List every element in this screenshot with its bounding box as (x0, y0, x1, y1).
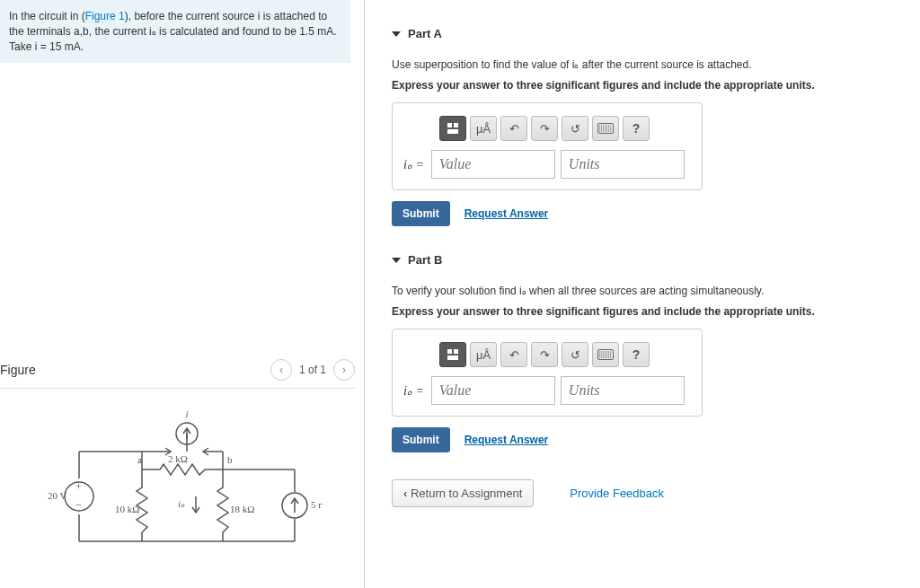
part-a-instruction: Express your answer to three significant… (392, 79, 907, 92)
part-b-variable-label: iₒ = (403, 383, 426, 399)
part-a-submit-button[interactable]: Submit (392, 201, 450, 226)
part-a-answer-box: μÅ ↶ ↷ ↺ ? iₒ = (392, 102, 703, 190)
circuit-diagram: 20 V + − i a b (34, 407, 322, 559)
part-a-description: Use superposition to find the value of i… (392, 57, 907, 74)
voltage-label: 20 V (48, 490, 67, 501)
help-button[interactable]: ? (623, 116, 650, 141)
current-source-label: 5 mA (311, 499, 322, 510)
figure-pager-label: 1 of 1 (299, 364, 326, 376)
templates-icon[interactable] (439, 116, 466, 141)
part-b-description: To verify your solution find iₒ when all… (392, 283, 907, 300)
return-to-assignment-button[interactable]: ‹ Return to Assignment (392, 479, 534, 507)
part-b-submit-button[interactable]: Submit (392, 427, 450, 452)
reset-button[interactable]: ↺ (562, 116, 588, 141)
node-b-label: b (227, 454, 233, 465)
problem-description: In the circuit in (Figure 1), before the… (0, 0, 350, 63)
undo-button[interactable]: ↶ (500, 116, 527, 141)
part-b-section: Part B To verify your solution find iₒ w… (392, 253, 907, 452)
svg-text:+: + (75, 480, 82, 493)
part-a-value-input[interactable] (431, 150, 555, 179)
r-ab-label: 2 kΩ (168, 453, 188, 464)
part-a-section: Part A Use superposition to find the val… (392, 27, 907, 226)
part-b-instruction: Express your answer to three significant… (392, 305, 907, 318)
svg-rect-25 (447, 349, 452, 354)
r-right-label: 18 kΩ (230, 504, 254, 514)
part-a-header: Part A (408, 27, 442, 40)
help-button[interactable]: ? (623, 342, 650, 367)
part-b-header: Part B (408, 253, 442, 267)
part-b-answer-box: μÅ ↶ ↷ ↺ ? iₒ = (392, 329, 703, 417)
figure-prev-button[interactable]: ‹ (270, 359, 292, 381)
units-button[interactable]: μÅ (470, 116, 497, 141)
part-b-value-input[interactable] (431, 376, 555, 405)
svg-rect-24 (447, 129, 458, 134)
part-b-units-input[interactable] (561, 376, 685, 405)
figure-title: Figure (0, 363, 36, 377)
svg-rect-22 (447, 123, 452, 127)
figure-next-button[interactable]: › (333, 359, 355, 381)
keyboard-button[interactable] (592, 342, 619, 367)
chevron-down-icon[interactable] (392, 31, 401, 37)
part-b-request-answer-link[interactable]: Request Answer (464, 434, 549, 446)
part-a-request-answer-link[interactable]: Request Answer (464, 207, 549, 220)
redo-button[interactable]: ↷ (531, 116, 558, 141)
r-left-label: 10 kΩ (115, 504, 139, 514)
part-a-variable-label: iₒ = (403, 157, 426, 172)
i-label: i (185, 408, 188, 419)
problem-text-pre: In the circuit in ( (9, 10, 85, 22)
svg-text:−: − (75, 498, 82, 511)
undo-button[interactable]: ↶ (500, 342, 527, 367)
part-a-units-input[interactable] (561, 150, 685, 179)
figure-link[interactable]: Figure 1 (85, 10, 125, 22)
chevron-down-icon[interactable] (392, 258, 401, 263)
svg-rect-26 (454, 349, 458, 354)
svg-rect-27 (447, 355, 458, 360)
io-label: iₒ (178, 498, 185, 509)
svg-rect-23 (454, 123, 458, 127)
templates-icon[interactable] (439, 342, 466, 367)
units-button[interactable]: μÅ (470, 342, 497, 367)
redo-button[interactable]: ↷ (531, 342, 558, 367)
provide-feedback-link[interactable]: Provide Feedback (570, 487, 664, 500)
node-a-label: a (137, 454, 142, 465)
reset-button[interactable]: ↺ (562, 342, 588, 367)
keyboard-button[interactable] (592, 116, 619, 141)
